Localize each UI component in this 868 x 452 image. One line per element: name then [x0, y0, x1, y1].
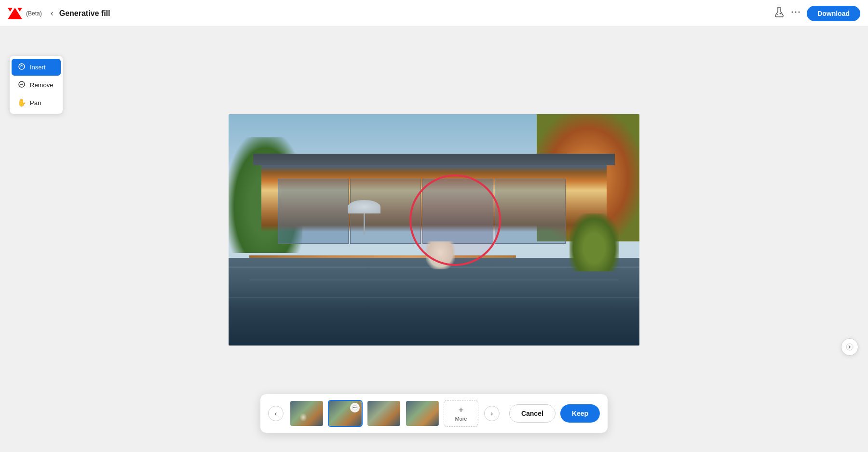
more-plus-icon: +	[459, 406, 464, 414]
cancel-button[interactable]: Cancel	[509, 404, 556, 423]
more-label: More	[455, 416, 467, 422]
tool-pan-label: Pan	[30, 99, 41, 106]
thumbnails-row: + More	[289, 400, 478, 427]
svg-point-10	[21, 65, 22, 66]
svg-point-16	[355, 407, 356, 408]
svg-point-14	[353, 407, 354, 408]
canvas-area[interactable]	[0, 27, 868, 452]
logo-area: (Beta)	[8, 8, 42, 19]
flask-icon[interactable]	[774, 7, 785, 20]
image-container[interactable]	[229, 114, 639, 346]
insert-icon	[17, 63, 26, 72]
thumb-1-image	[290, 401, 323, 426]
app-title: Generative fill	[59, 9, 110, 18]
more-options-icon[interactable]	[790, 7, 801, 20]
svg-point-5	[780, 13, 781, 14]
thumbnail-4[interactable]	[405, 400, 440, 427]
tool-remove-label: Remove	[30, 81, 53, 89]
prev-thumbnail-button[interactable]: ‹	[268, 406, 284, 421]
thumbnail-3[interactable]	[366, 400, 401, 427]
bottom-panel: ‹	[260, 394, 608, 433]
thumbnail-2[interactable]	[328, 400, 363, 427]
keep-button[interactable]: Keep	[560, 404, 600, 423]
thumbnail-1[interactable]	[289, 400, 324, 427]
plants-right	[570, 213, 619, 271]
next-thumbnail-button[interactable]: ›	[484, 406, 500, 421]
svg-point-4	[777, 14, 778, 15]
beta-badge: (Beta)	[26, 10, 42, 17]
remove-icon	[17, 80, 26, 90]
pan-icon: ✋	[17, 98, 26, 107]
dog-figure	[426, 241, 455, 269]
svg-marker-1	[8, 8, 13, 12]
action-buttons: Cancel Keep	[509, 404, 600, 423]
collapse-panel-button[interactable]	[841, 338, 858, 356]
more-button[interactable]: + More	[444, 400, 478, 427]
header: (Beta) ‹ Generative fill Download	[0, 0, 868, 27]
svg-point-6	[792, 12, 793, 13]
thumb-3-image	[367, 401, 400, 426]
tool-remove[interactable]: Remove	[12, 77, 61, 93]
roof	[253, 154, 615, 165]
main-image	[229, 114, 639, 346]
adobe-logo	[8, 8, 22, 19]
thumb-2-badge	[350, 403, 360, 412]
svg-point-9	[19, 64, 25, 69]
svg-point-7	[795, 12, 797, 13]
tool-insert[interactable]: Insert	[12, 59, 61, 76]
svg-marker-2	[17, 8, 22, 12]
tool-insert-label: Insert	[30, 64, 46, 71]
thumb-4-image	[406, 401, 439, 426]
umbrella	[348, 200, 380, 235]
header-right: Download	[774, 6, 860, 21]
svg-point-8	[799, 12, 800, 13]
glass-panels	[278, 179, 565, 243]
download-button[interactable]: Download	[807, 6, 860, 21]
tool-pan[interactable]: ✋ Pan	[12, 94, 61, 111]
thumb-1-dog	[300, 413, 307, 421]
svg-point-15	[354, 407, 355, 408]
toolbar: Insert Remove ✋ Pan	[10, 56, 63, 114]
main-area: Insert Remove ✋ Pan ‹	[0, 27, 868, 452]
back-button[interactable]: ‹	[47, 6, 57, 20]
